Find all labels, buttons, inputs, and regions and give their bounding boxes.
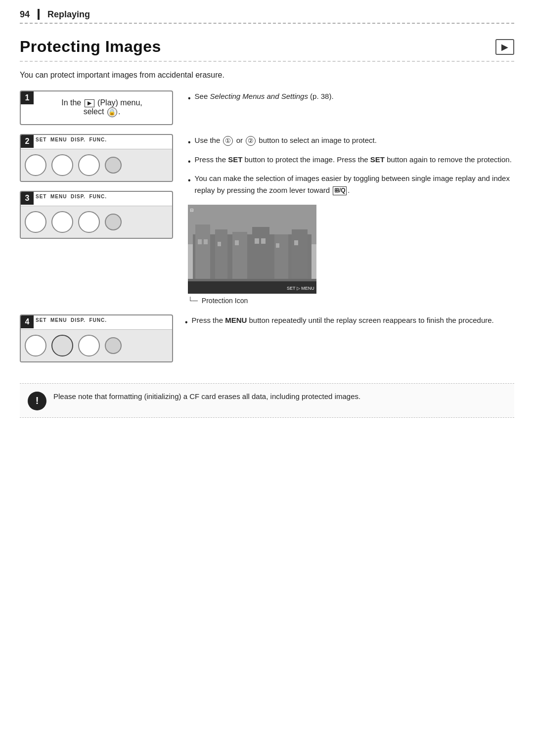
intro-text: You can protect important images from ac… <box>20 71 514 80</box>
step-1-bullet-1: • See Selecting Menus and Settings (p. 3… <box>188 90 514 105</box>
photo-inner: SET ▷ MENU ⊟ <box>188 205 316 294</box>
step-1-content: In the ▶ (Play) menu, select 🔒. <box>21 91 172 124</box>
step-1-bullets: • See Selecting Menus and Settings (p. 3… <box>188 90 514 105</box>
section-title: Replaying <box>47 9 90 20</box>
bullet-dot-4-1: • <box>185 316 188 329</box>
step-3-bullet-1: • Use the ① or ② button to select an ima… <box>188 134 514 149</box>
step-3-bullet-3-text: You can make the selection of images eas… <box>195 173 514 196</box>
protection-image-section: SET ▷ MENU ⊟ └─ Protection Icon <box>188 205 514 305</box>
header-separator <box>38 9 40 20</box>
step-4-left: 4 SET MENU DISP. FUNC. <box>20 314 173 371</box>
step-3-badge: 3 <box>21 192 34 205</box>
cam-btn-func-3 <box>105 214 122 230</box>
cam-btn-func-4 <box>105 337 122 354</box>
bullet-dot: • <box>188 92 191 105</box>
left-column: 1 In the ▶ (Play) menu, select 🔒. 2 SET … <box>20 90 173 305</box>
step-4-label: SET MENU DISP. FUNC. <box>36 317 107 323</box>
cam-btn-disp-2 <box>78 154 100 176</box>
cam-btn-func-2 <box>105 157 122 174</box>
svg-rect-9 <box>198 239 202 244</box>
svg-rect-4 <box>215 229 227 284</box>
svg-rect-16 <box>294 240 298 245</box>
nav-right-icon: ② <box>246 136 256 146</box>
cam-btn-menu-3 <box>51 211 73 233</box>
bullet-dot-3-2: • <box>188 156 191 168</box>
protection-label-row: └─ Protection Icon <box>188 297 514 305</box>
protection-photo-svg: SET ▷ MENU ⊟ <box>188 205 316 294</box>
svg-rect-12 <box>235 240 239 245</box>
protect-icon-inline: 🔒 <box>107 107 117 117</box>
svg-rect-14 <box>261 238 266 244</box>
svg-rect-3 <box>195 224 210 284</box>
bullet-dot-3-1: • <box>188 136 191 149</box>
protection-caption: Protection Icon <box>202 297 248 305</box>
nav-left-icon: ① <box>223 136 233 146</box>
step-1-box: 1 In the ▶ (Play) menu, select 🔒. <box>20 90 173 125</box>
svg-rect-7 <box>274 234 288 284</box>
header-bar: 94 Replaying <box>20 0 514 24</box>
cam-btn-menu-2 <box>51 154 73 176</box>
step-4-bullet-1: • Press the MENU button repeatedly until… <box>185 314 514 329</box>
svg-text:⊟: ⊟ <box>190 208 194 213</box>
page-wrapper: 94 Replaying Protecting Images ▶ You can… <box>0 0 534 756</box>
cam-btn-disp-3 <box>78 211 100 233</box>
step-4-box: 4 SET MENU DISP. FUNC. <box>20 314 173 362</box>
step-3-label: SET MENU DISP. FUNC. <box>36 194 107 199</box>
protection-arrow: └─ <box>188 297 198 305</box>
step-2-box: 2 SET MENU DISP. FUNC. <box>20 134 173 182</box>
note-box: ! Please note that formatting (initializ… <box>20 383 514 418</box>
bullet-dot-3-3: • <box>188 175 191 187</box>
step-4-row: 4 SET MENU DISP. FUNC. • Press <box>20 314 514 371</box>
step-4-right: • Press the MENU button repeatedly until… <box>185 314 514 334</box>
step-3-bullet-3: • You can make the selection of images e… <box>188 173 514 196</box>
cam-btn-menu-4 <box>51 335 73 356</box>
step-4-badge: 4 <box>21 315 34 328</box>
cam-btn-set-4 <box>25 335 46 356</box>
note-icon: ! <box>28 392 46 410</box>
svg-rect-10 <box>204 239 208 244</box>
step-4-buttons <box>25 335 168 356</box>
step-3-bullets: • Use the ① or ② button to select an ima… <box>188 134 514 196</box>
page-number: 94 <box>20 9 30 20</box>
step-1-bullet-text: See Selecting Menus and Settings (p. 38)… <box>195 90 334 102</box>
step-2-panel <box>21 149 172 181</box>
step-3-panel <box>21 206 172 238</box>
step-2-label: SET MENU DISP. FUNC. <box>36 137 107 142</box>
step-3-bullet-1-text: Use the ① or ② button to select an image… <box>195 134 377 146</box>
step-3-bullet-2-text: Press the SET button to protect the imag… <box>195 154 512 165</box>
play-icon-inline: ▶ <box>85 99 94 107</box>
step-4-bullets: • Press the MENU button repeatedly until… <box>185 314 514 329</box>
step-4-panel <box>21 329 172 361</box>
zoom-icon: ⊞/Q <box>333 186 347 195</box>
step-3-box: 3 SET MENU DISP. FUNC. <box>20 191 173 239</box>
svg-rect-5 <box>232 232 247 284</box>
svg-text:SET ▷ MENU: SET ▷ MENU <box>287 286 314 291</box>
step-1-badge: 1 <box>21 91 34 104</box>
step-1-text: In the ▶ (Play) menu, select 🔒. <box>61 98 142 117</box>
cam-btn-set-3 <box>25 211 46 233</box>
step-2-badge: 2 <box>21 135 34 148</box>
cam-btn-disp-4 <box>78 335 100 356</box>
page-title-row: Protecting Images ▶ <box>20 29 514 62</box>
svg-rect-6 <box>252 227 269 284</box>
svg-rect-11 <box>218 242 221 246</box>
note-text: Please note that formatting (initializin… <box>53 391 360 402</box>
step-3-bullet-2: • Press the SET button to protect the im… <box>188 154 514 168</box>
steps-1-3-section: 1 In the ▶ (Play) menu, select 🔒. 2 SET … <box>20 90 514 305</box>
protection-photo: SET ▷ MENU ⊟ <box>188 205 316 294</box>
cam-btn-set-2 <box>25 154 46 176</box>
step-2-buttons <box>25 154 168 176</box>
svg-rect-13 <box>255 238 259 244</box>
svg-rect-15 <box>276 243 279 248</box>
step-3-buttons <box>25 211 168 233</box>
svg-rect-8 <box>292 229 308 284</box>
step-4-bullet-text: Press the MENU button repeatedly until t… <box>192 314 494 326</box>
play-mode-icon: ▶ <box>495 39 514 55</box>
page-title: Protecting Images <box>20 38 161 56</box>
right-column: • See Selecting Menus and Settings (p. 3… <box>188 90 514 305</box>
